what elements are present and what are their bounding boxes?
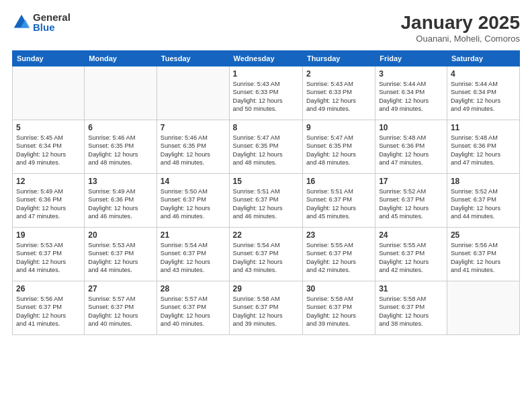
weekday-header: Monday xyxy=(85,51,157,66)
logo-blue: Blue xyxy=(33,22,71,32)
day-info: Sunrise: 5:45 AM Sunset: 6:34 PM Dayligh… xyxy=(16,134,81,167)
day-number: 3 xyxy=(379,69,443,79)
day-info: Sunrise: 5:56 AM Sunset: 6:37 PM Dayligh… xyxy=(16,295,81,328)
calendar-cell: 15Sunrise: 5:51 AM Sunset: 6:37 PM Dayli… xyxy=(229,174,302,228)
calendar-cell: 26Sunrise: 5:56 AM Sunset: 6:37 PM Dayli… xyxy=(13,281,85,335)
day-number: 6 xyxy=(88,123,153,132)
logo-general: General xyxy=(33,12,71,22)
day-number: 29 xyxy=(233,284,299,293)
calendar-cell: 18Sunrise: 5:52 AM Sunset: 6:37 PM Dayli… xyxy=(447,174,519,228)
header: General Blue January 2025 Ouanani, Mohel… xyxy=(12,12,520,44)
calendar-cell: 14Sunrise: 5:50 AM Sunset: 6:37 PM Dayli… xyxy=(157,174,229,228)
day-info: Sunrise: 5:48 AM Sunset: 6:36 PM Dayligh… xyxy=(451,134,516,167)
calendar-cell: 24Sunrise: 5:55 AM Sunset: 6:37 PM Dayli… xyxy=(375,228,447,281)
calendar-cell: 21Sunrise: 5:54 AM Sunset: 6:37 PM Dayli… xyxy=(157,228,229,281)
day-number: 4 xyxy=(451,69,516,79)
calendar-cell: 11Sunrise: 5:48 AM Sunset: 6:36 PM Dayli… xyxy=(447,120,519,174)
calendar-cell: 22Sunrise: 5:54 AM Sunset: 6:37 PM Dayli… xyxy=(229,228,302,281)
calendar-cell: 31Sunrise: 5:58 AM Sunset: 6:37 PM Dayli… xyxy=(375,281,447,335)
day-number: 8 xyxy=(233,123,299,132)
calendar-week-row: 19Sunrise: 5:53 AM Sunset: 6:37 PM Dayli… xyxy=(13,228,520,281)
page: General Blue January 2025 Ouanani, Mohel… xyxy=(0,0,532,411)
calendar-cell: 19Sunrise: 5:53 AM Sunset: 6:37 PM Dayli… xyxy=(13,228,85,281)
day-info: Sunrise: 5:46 AM Sunset: 6:35 PM Dayligh… xyxy=(161,134,226,167)
calendar-cell: 27Sunrise: 5:57 AM Sunset: 6:37 PM Dayli… xyxy=(85,281,157,335)
day-number: 31 xyxy=(379,284,443,293)
calendar-cell: 3Sunrise: 5:44 AM Sunset: 6:34 PM Daylig… xyxy=(375,66,447,120)
subtitle: Ouanani, Moheli, Comoros xyxy=(401,34,520,44)
calendar-week-row: 26Sunrise: 5:56 AM Sunset: 6:37 PM Dayli… xyxy=(13,281,520,335)
day-info: Sunrise: 5:48 AM Sunset: 6:36 PM Dayligh… xyxy=(379,134,443,167)
day-info: Sunrise: 5:46 AM Sunset: 6:35 PM Dayligh… xyxy=(88,134,153,167)
day-info: Sunrise: 5:47 AM Sunset: 6:35 PM Dayligh… xyxy=(233,134,299,167)
day-info: Sunrise: 5:49 AM Sunset: 6:36 PM Dayligh… xyxy=(88,187,153,221)
day-number: 7 xyxy=(161,123,226,132)
day-info: Sunrise: 5:43 AM Sunset: 6:33 PM Dayligh… xyxy=(306,80,371,113)
day-number: 28 xyxy=(161,284,226,293)
day-number: 5 xyxy=(16,123,81,132)
day-number: 2 xyxy=(306,69,371,79)
calendar-cell xyxy=(157,66,229,120)
calendar-week-row: 5Sunrise: 5:45 AM Sunset: 6:34 PM Daylig… xyxy=(13,120,520,174)
weekday-header: Friday xyxy=(375,51,447,66)
calendar-cell: 29Sunrise: 5:58 AM Sunset: 6:37 PM Dayli… xyxy=(229,281,302,335)
day-info: Sunrise: 5:49 AM Sunset: 6:36 PM Dayligh… xyxy=(16,187,81,221)
day-info: Sunrise: 5:56 AM Sunset: 6:37 PM Dayligh… xyxy=(451,241,516,275)
weekday-header: Thursday xyxy=(302,51,375,66)
day-info: Sunrise: 5:58 AM Sunset: 6:37 PM Dayligh… xyxy=(306,295,371,328)
day-number: 16 xyxy=(306,177,371,186)
day-number: 11 xyxy=(451,123,516,132)
day-number: 30 xyxy=(306,284,371,293)
calendar-week-row: 12Sunrise: 5:49 AM Sunset: 6:36 PM Dayli… xyxy=(13,174,520,228)
day-number: 21 xyxy=(161,230,226,240)
calendar-cell xyxy=(447,281,519,335)
logo-icon xyxy=(12,13,31,32)
day-number: 14 xyxy=(161,177,226,186)
day-info: Sunrise: 5:51 AM Sunset: 6:37 PM Dayligh… xyxy=(306,187,371,221)
day-info: Sunrise: 5:53 AM Sunset: 6:37 PM Dayligh… xyxy=(88,241,153,275)
day-number: 1 xyxy=(233,69,299,79)
calendar-cell: 20Sunrise: 5:53 AM Sunset: 6:37 PM Dayli… xyxy=(85,228,157,281)
day-info: Sunrise: 5:58 AM Sunset: 6:37 PM Dayligh… xyxy=(233,295,299,328)
calendar-cell: 9Sunrise: 5:47 AM Sunset: 6:35 PM Daylig… xyxy=(302,120,375,174)
day-info: Sunrise: 5:50 AM Sunset: 6:37 PM Dayligh… xyxy=(161,187,226,221)
calendar-cell: 28Sunrise: 5:57 AM Sunset: 6:37 PM Dayli… xyxy=(157,281,229,335)
calendar-cell: 23Sunrise: 5:55 AM Sunset: 6:37 PM Dayli… xyxy=(302,228,375,281)
day-info: Sunrise: 5:44 AM Sunset: 6:34 PM Dayligh… xyxy=(379,80,443,113)
day-number: 18 xyxy=(451,177,516,186)
title-section: January 2025 Ouanani, Moheli, Comoros xyxy=(401,12,520,44)
weekday-header-row: SundayMondayTuesdayWednesdayThursdayFrid… xyxy=(13,51,520,66)
day-info: Sunrise: 5:54 AM Sunset: 6:37 PM Dayligh… xyxy=(161,241,226,275)
day-number: 17 xyxy=(379,177,443,186)
day-info: Sunrise: 5:57 AM Sunset: 6:37 PM Dayligh… xyxy=(88,295,153,328)
calendar-week-row: 1Sunrise: 5:43 AM Sunset: 6:33 PM Daylig… xyxy=(13,66,520,120)
calendar-cell: 25Sunrise: 5:56 AM Sunset: 6:37 PM Dayli… xyxy=(447,228,519,281)
day-number: 26 xyxy=(16,284,81,293)
calendar-cell: 5Sunrise: 5:45 AM Sunset: 6:34 PM Daylig… xyxy=(13,120,85,174)
calendar-cell: 7Sunrise: 5:46 AM Sunset: 6:35 PM Daylig… xyxy=(157,120,229,174)
calendar-cell: 16Sunrise: 5:51 AM Sunset: 6:37 PM Dayli… xyxy=(302,174,375,228)
day-number: 27 xyxy=(88,284,153,293)
calendar-cell: 30Sunrise: 5:58 AM Sunset: 6:37 PM Dayli… xyxy=(302,281,375,335)
calendar-cell: 17Sunrise: 5:52 AM Sunset: 6:37 PM Dayli… xyxy=(375,174,447,228)
weekday-header: Saturday xyxy=(447,51,519,66)
day-info: Sunrise: 5:55 AM Sunset: 6:37 PM Dayligh… xyxy=(379,241,443,275)
day-number: 12 xyxy=(16,177,81,186)
day-info: Sunrise: 5:55 AM Sunset: 6:37 PM Dayligh… xyxy=(306,241,371,275)
calendar-cell: 8Sunrise: 5:47 AM Sunset: 6:35 PM Daylig… xyxy=(229,120,302,174)
day-info: Sunrise: 5:44 AM Sunset: 6:34 PM Dayligh… xyxy=(451,80,516,113)
logo: General Blue xyxy=(12,12,71,32)
day-info: Sunrise: 5:52 AM Sunset: 6:37 PM Dayligh… xyxy=(379,187,443,221)
calendar-cell: 1Sunrise: 5:43 AM Sunset: 6:33 PM Daylig… xyxy=(229,66,302,120)
calendar-cell xyxy=(13,66,85,120)
day-number: 10 xyxy=(379,123,443,132)
weekday-header: Sunday xyxy=(13,51,85,66)
day-info: Sunrise: 5:58 AM Sunset: 6:37 PM Dayligh… xyxy=(379,295,443,328)
calendar-cell xyxy=(85,66,157,120)
calendar-cell: 10Sunrise: 5:48 AM Sunset: 6:36 PM Dayli… xyxy=(375,120,447,174)
calendar-cell: 4Sunrise: 5:44 AM Sunset: 6:34 PM Daylig… xyxy=(447,66,519,120)
day-number: 13 xyxy=(88,177,153,186)
weekday-header: Tuesday xyxy=(157,51,229,66)
calendar-cell: 13Sunrise: 5:49 AM Sunset: 6:36 PM Dayli… xyxy=(85,174,157,228)
day-number: 19 xyxy=(16,230,81,240)
